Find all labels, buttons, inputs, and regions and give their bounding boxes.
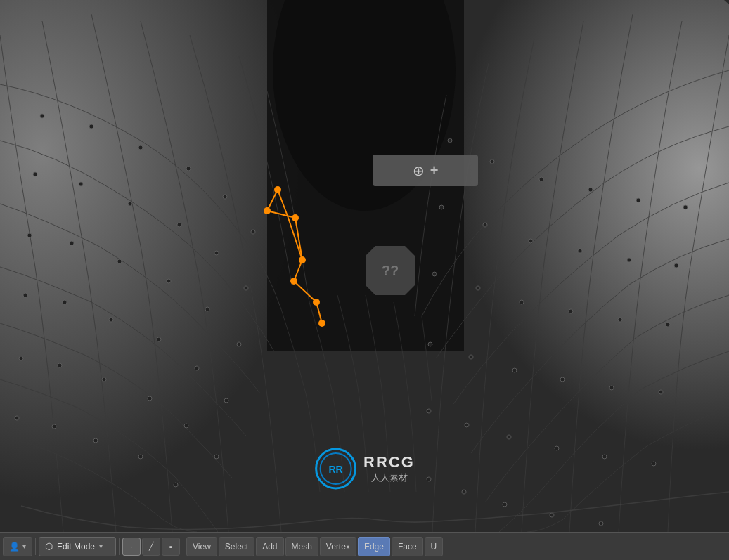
svg-point-41 [539, 177, 543, 181]
svg-point-68 [652, 462, 656, 466]
svg-point-63 [427, 409, 431, 413]
svg-point-23 [63, 300, 67, 304]
svg-point-49 [627, 258, 631, 262]
svg-point-61 [609, 386, 614, 390]
u-label: U [431, 542, 437, 552]
svg-point-60 [560, 377, 565, 382]
svg-point-64 [465, 423, 469, 427]
svg-point-6 [138, 145, 143, 150]
vertex-label: Vertex [326, 542, 350, 552]
edit-mode-dropdown[interactable]: ⬡ Edit Mode ▾ [39, 537, 116, 556]
svg-point-26 [195, 366, 199, 370]
svg-point-17 [70, 241, 74, 245]
svg-point-46 [483, 223, 487, 227]
svg-point-48 [578, 249, 582, 253]
mesh-mode-group: · ╱ ▪ [122, 538, 180, 556]
svg-point-72 [550, 513, 554, 517]
svg-point-8 [223, 195, 227, 199]
svg-point-71 [503, 502, 507, 507]
vertex-menu-btn[interactable]: Vertex [320, 537, 356, 556]
mesh-background [0, 0, 729, 532]
view-label: View [193, 542, 211, 552]
svg-point-15 [244, 286, 248, 290]
svg-point-57 [428, 342, 432, 346]
svg-point-38 [174, 483, 178, 487]
move-cursor-plus: + [430, 162, 439, 178]
svg-point-13 [177, 223, 181, 227]
edge-menu-btn[interactable]: Edge [358, 537, 390, 556]
svg-point-30 [102, 377, 106, 382]
edit-mode-label: Edit Mode [57, 542, 95, 552]
edge-icon: ╱ [149, 542, 154, 551]
svg-point-85 [299, 256, 306, 263]
svg-point-44 [683, 205, 688, 209]
u-menu-btn[interactable]: U [425, 537, 444, 556]
svg-point-62 [659, 390, 663, 394]
svg-point-88 [318, 320, 325, 327]
face-mode-btn[interactable]: ▪ [162, 538, 180, 556]
svg-point-32 [184, 424, 188, 428]
face-label: Face [398, 542, 417, 552]
svg-point-45 [439, 205, 444, 209]
3d-viewport[interactable]: ⊕ + ?? RR RRCG 人人素材 [0, 0, 729, 532]
svg-point-31 [148, 396, 152, 401]
svg-point-21 [237, 342, 241, 346]
svg-point-54 [569, 309, 573, 313]
svg-point-22 [23, 293, 27, 297]
add-label: Add [262, 542, 277, 552]
svg-point-19 [167, 279, 171, 283]
svg-point-4 [40, 114, 44, 118]
svg-point-34 [15, 416, 19, 420]
object-mode-icon-btn[interactable]: 👤 ▾ [3, 537, 32, 556]
svg-point-9 [251, 230, 255, 234]
svg-point-29 [58, 363, 62, 367]
svg-point-14 [214, 251, 219, 255]
vertex-icon: · [130, 542, 132, 551]
svg-point-83 [264, 207, 271, 214]
mesh-menu-btn[interactable]: Mesh [285, 537, 318, 556]
svg-point-59 [512, 368, 517, 372]
svg-point-27 [224, 398, 228, 403]
svg-point-5 [89, 124, 93, 129]
edge-mode-btn[interactable]: ╱ [142, 538, 160, 556]
svg-point-73 [599, 521, 603, 526]
svg-point-47 [529, 239, 533, 243]
svg-point-66 [555, 446, 559, 450]
svg-point-25 [157, 337, 161, 341]
svg-point-24 [109, 318, 113, 322]
svg-point-35 [52, 424, 56, 429]
svg-point-56 [666, 323, 670, 327]
separator-3 [183, 538, 183, 555]
svg-point-10 [33, 172, 37, 176]
svg-point-42 [588, 188, 593, 192]
svg-point-28 [19, 356, 23, 360]
person-icon: 👤 [9, 542, 20, 552]
view-menu-btn[interactable]: View [186, 537, 217, 556]
edge-label: Edge [364, 542, 384, 552]
question-cursor: ?? [366, 246, 415, 295]
svg-point-82 [274, 186, 281, 193]
edit-mode-icon: ⬡ [45, 541, 53, 552]
select-menu-btn[interactable]: Select [219, 537, 254, 556]
svg-point-67 [602, 455, 607, 459]
svg-point-36 [93, 438, 98, 443]
svg-point-12 [128, 202, 132, 206]
svg-point-58 [469, 355, 473, 359]
svg-point-51 [432, 272, 437, 276]
mesh-label: Mesh [292, 542, 312, 552]
svg-point-33 [214, 455, 219, 459]
svg-point-65 [507, 435, 511, 439]
face-menu-btn[interactable]: Face [392, 537, 423, 556]
svg-point-50 [674, 263, 678, 268]
svg-point-52 [476, 286, 480, 290]
svg-point-55 [618, 318, 622, 322]
svg-point-16 [27, 233, 32, 237]
select-label: Select [225, 542, 248, 552]
separator-2 [119, 538, 120, 555]
svg-point-40 [490, 159, 494, 164]
question-mark: ?? [382, 263, 399, 279]
add-menu-btn[interactable]: Add [256, 537, 283, 556]
move-icon: ⊕ [413, 162, 425, 179]
svg-point-87 [313, 299, 320, 306]
vertex-mode-btn[interactable]: · [122, 538, 141, 556]
